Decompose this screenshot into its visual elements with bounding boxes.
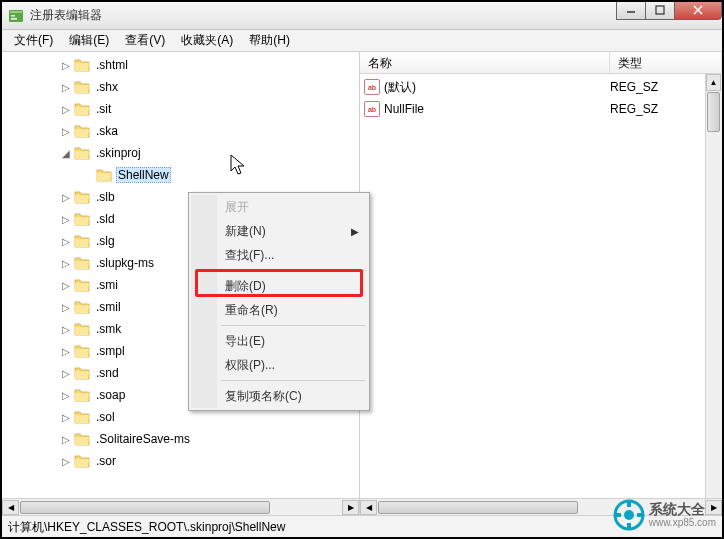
expander-icon[interactable]: ▷ (60, 81, 72, 93)
menu-view[interactable]: 查看(V) (117, 30, 173, 51)
expander-icon[interactable]: ▷ (60, 213, 72, 225)
tree-item[interactable]: ▷.shx (2, 76, 359, 98)
menu-file[interactable]: 文件(F) (6, 30, 61, 51)
folder-icon (96, 168, 112, 182)
list-row[interactable]: abNullFileREG_SZ (364, 98, 718, 120)
menu-favorites[interactable]: 收藏夹(A) (173, 30, 241, 51)
tree-item-label: .soap (94, 387, 127, 403)
scroll-left-button[interactable]: ◀ (360, 500, 377, 515)
menu-edit[interactable]: 编辑(E) (61, 30, 117, 51)
list-panel: 名称 类型 ab(默认)REG_SZabNullFileREG_SZ ▲ ◀ ▶ (360, 52, 722, 515)
expander-icon[interactable]: ▷ (60, 103, 72, 115)
value-type: REG_SZ (610, 102, 658, 116)
tree-horizontal-scrollbar[interactable]: ◀ ▶ (2, 498, 359, 515)
scroll-up-button[interactable]: ▲ (706, 74, 721, 91)
string-value-icon: ab (364, 101, 380, 117)
folder-icon (74, 80, 90, 94)
svg-rect-2 (11, 15, 15, 17)
expander-icon[interactable]: ▷ (60, 433, 72, 445)
svg-rect-10 (627, 501, 631, 507)
tree-item-label: .snd (94, 365, 121, 381)
context-find[interactable]: 查找(F)... (191, 243, 367, 267)
tree-item-label: .sol (94, 409, 117, 425)
tree-item[interactable]: ShellNew (2, 164, 359, 186)
folder-icon (74, 300, 90, 314)
watermark-url: www.xp85.com (649, 517, 716, 528)
tree-item-label: .ska (94, 123, 120, 139)
svg-rect-1 (10, 11, 22, 13)
expander-icon[interactable]: ▷ (60, 125, 72, 137)
tree-item-label: .slg (94, 233, 117, 249)
maximize-button[interactable] (645, 0, 675, 20)
folder-icon (74, 234, 90, 248)
title-bar: 注册表编辑器 (2, 2, 722, 30)
context-delete[interactable]: 删除(D) (191, 274, 367, 298)
expander-icon[interactable]: ▷ (60, 411, 72, 423)
tree-item-label: .SolitaireSave-ms (94, 431, 192, 447)
scroll-thumb[interactable] (707, 92, 720, 132)
scroll-thumb[interactable] (378, 501, 578, 514)
tree-item-label: .sor (94, 453, 118, 469)
context-expand: 展开 (191, 195, 367, 219)
scroll-right-button[interactable]: ▶ (342, 500, 359, 515)
expander-icon[interactable]: ◢ (60, 147, 72, 159)
folder-icon (74, 190, 90, 204)
expander-icon[interactable]: ▷ (60, 367, 72, 379)
expander-icon[interactable]: ▷ (60, 345, 72, 357)
expander-icon[interactable]: ▷ (60, 257, 72, 269)
scroll-thumb[interactable] (20, 501, 270, 514)
list-vertical-scrollbar[interactable]: ▲ (705, 74, 722, 498)
context-copy-key-name[interactable]: 复制项名称(C) (191, 384, 367, 408)
context-new[interactable]: 新建(N)▶ (191, 219, 367, 243)
expander-icon[interactable]: ▷ (60, 455, 72, 467)
close-button[interactable] (674, 0, 722, 20)
expander-icon[interactable]: ▷ (60, 59, 72, 71)
scroll-left-button[interactable]: ◀ (2, 500, 19, 515)
tree-item-label: .smil (94, 299, 123, 315)
tree-item-label: .shx (94, 79, 120, 95)
list-row[interactable]: ab(默认)REG_SZ (364, 76, 718, 98)
context-rename[interactable]: 重命名(R) (191, 298, 367, 322)
list-view[interactable]: ab(默认)REG_SZabNullFileREG_SZ (360, 74, 722, 122)
folder-icon (74, 410, 90, 424)
tree-item[interactable]: ▷.sit (2, 98, 359, 120)
tree-item-label: ShellNew (116, 167, 171, 183)
string-value-icon: ab (364, 79, 380, 95)
minimize-button[interactable] (616, 0, 646, 20)
tree-item-label: .sld (94, 211, 117, 227)
expander-icon[interactable]: ▷ (60, 301, 72, 313)
context-permissions[interactable]: 权限(P)... (191, 353, 367, 377)
context-export[interactable]: 导出(E) (191, 329, 367, 353)
expander-icon[interactable]: ▷ (60, 191, 72, 203)
tree-item-label: .skinproj (94, 145, 143, 161)
tree-item-label: .sit (94, 101, 113, 117)
expander-icon[interactable] (82, 169, 94, 181)
tree-item-label: .shtml (94, 57, 130, 73)
tree-item[interactable]: ▷.SolitaireSave-ms (2, 428, 359, 450)
expander-icon[interactable]: ▷ (60, 279, 72, 291)
folder-icon (74, 146, 90, 160)
column-type[interactable]: 类型 (610, 52, 722, 73)
tree-item[interactable]: ▷.ska (2, 120, 359, 142)
window-controls (617, 0, 722, 20)
tree-item[interactable]: ▷.sor (2, 450, 359, 472)
expander-icon[interactable]: ▷ (60, 323, 72, 335)
expander-icon[interactable]: ▷ (60, 389, 72, 401)
folder-icon (74, 366, 90, 380)
tree-item[interactable]: ▷.shtml (2, 54, 359, 76)
value-name: NullFile (384, 102, 424, 116)
folder-icon (74, 432, 90, 446)
app-icon (8, 8, 24, 24)
expander-icon[interactable]: ▷ (60, 235, 72, 247)
status-path: 计算机\HKEY_CLASSES_ROOT\.skinproj\ShellNew (8, 520, 285, 534)
svg-rect-5 (656, 6, 664, 14)
folder-icon (74, 454, 90, 468)
menu-help[interactable]: 帮助(H) (241, 30, 298, 51)
tree-item[interactable]: ◢.skinproj (2, 142, 359, 164)
tree-item-label: .slb (94, 189, 117, 205)
value-name: (默认) (384, 79, 416, 96)
column-name[interactable]: 名称 (360, 52, 610, 73)
folder-icon (74, 388, 90, 402)
svg-rect-13 (637, 513, 643, 517)
context-menu: 展开 新建(N)▶ 查找(F)... 删除(D) 重命名(R) 导出(E) 权限… (188, 192, 370, 411)
